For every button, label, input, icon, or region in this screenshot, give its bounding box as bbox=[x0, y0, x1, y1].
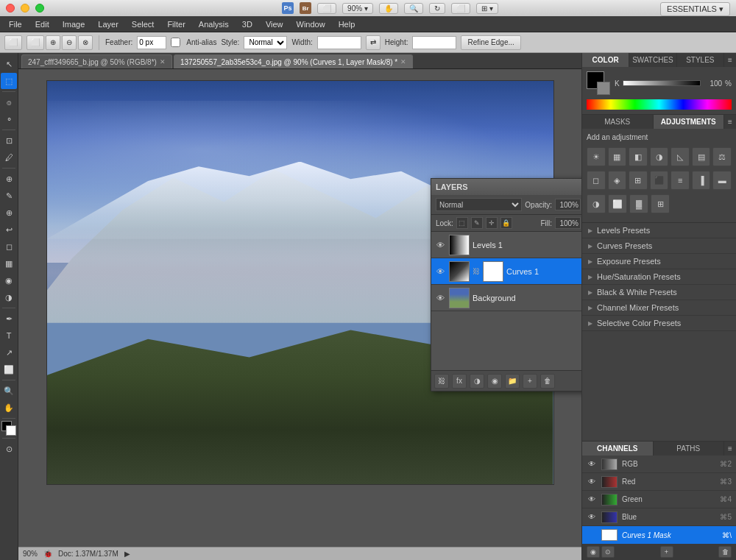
channels-panel-menu[interactable]: ≡ bbox=[724, 442, 736, 456]
menu-view[interactable]: View bbox=[260, 18, 289, 30]
path-select-tool[interactable]: ↗ bbox=[1, 344, 17, 361]
tab2-close[interactable]: ✕ bbox=[400, 58, 406, 65]
essentials-button[interactable]: ESSENTIALS ▾ bbox=[660, 2, 730, 16]
preset-curves[interactable]: ▶ Curves Presets bbox=[582, 238, 736, 254]
blur-tool[interactable]: ◉ bbox=[1, 272, 17, 288]
rotate-view-btn[interactable]: ↻ bbox=[429, 3, 445, 14]
blend-mode-select[interactable]: Normal bbox=[436, 198, 522, 211]
menu-file[interactable]: File bbox=[3, 18, 28, 30]
tab-channels[interactable]: CHANNELS bbox=[582, 442, 654, 456]
lock-transparent-btn[interactable]: ⬚ bbox=[456, 217, 468, 229]
intersect-selection-btn[interactable]: ⊗ bbox=[78, 35, 93, 50]
layer-item-levels[interactable]: 👁 Levels 1 bbox=[431, 232, 581, 258]
menu-help[interactable]: Help bbox=[333, 18, 361, 30]
gradient-tool[interactable]: ▦ bbox=[1, 255, 17, 272]
swap-wh-btn[interactable]: ⇄ bbox=[366, 35, 381, 50]
new-group-btn[interactable]: 📁 bbox=[505, 374, 520, 389]
eyedropper-tool[interactable]: 🖊 bbox=[1, 149, 17, 166]
refine-edge-button[interactable]: Refine Edge... bbox=[461, 35, 520, 50]
style-select[interactable]: Normal bbox=[244, 36, 287, 49]
tab-doc1[interactable]: 247_cfff349665_b.jpg @ 50% (RGB/8*) ✕ bbox=[21, 54, 172, 68]
subtract-selection-btn[interactable]: ⊖ bbox=[62, 35, 77, 50]
preset-hue-saturation[interactable]: ▶ Hue/Saturation Presets bbox=[582, 269, 736, 285]
lock-position-btn[interactable]: ✛ bbox=[486, 217, 498, 229]
channel-red[interactable]: 👁 Red ⌘3 bbox=[582, 473, 736, 491]
channel-green[interactable]: 👁 Green ⌘4 bbox=[582, 491, 736, 508]
zoom-dropdown[interactable]: 90% ▾ bbox=[342, 3, 373, 14]
adj-colorbalance-btn[interactable]: ⚖ bbox=[712, 147, 732, 166]
brush-tool[interactable]: ✎ bbox=[1, 188, 17, 204]
rgb-visibility[interactable]: 👁 bbox=[587, 460, 597, 468]
preset-exposure[interactable]: ▶ Exposure Presets bbox=[582, 254, 736, 269]
adj-invert-btn[interactable]: ⬛ bbox=[650, 171, 669, 190]
tab-color[interactable]: COLOR bbox=[582, 53, 629, 67]
channel-blue[interactable]: 👁 Blue ⌘5 bbox=[582, 508, 736, 526]
layer-item-curves[interactable]: 👁 ⛓ Curves 1 bbox=[431, 258, 581, 285]
tab-swatches[interactable]: SWATCHES bbox=[629, 53, 676, 67]
preset-bw[interactable]: ▶ Black & White Presets bbox=[582, 285, 736, 300]
opacity-input[interactable] bbox=[555, 199, 581, 210]
menu-edit[interactable]: Edit bbox=[29, 18, 55, 30]
hand-tool-bar[interactable]: ✋ bbox=[1, 400, 17, 416]
move-tool[interactable]: ↖ bbox=[1, 56, 17, 72]
menu-layer[interactable]: Layer bbox=[92, 18, 124, 30]
maximize-button[interactable] bbox=[35, 4, 44, 13]
tab1-close[interactable]: ✕ bbox=[160, 58, 166, 65]
antialias-checkbox[interactable] bbox=[171, 38, 180, 47]
adj-solidcolor-btn[interactable]: ⬜ bbox=[608, 194, 627, 213]
channel-rgb[interactable]: 👁 RGB ⌘2 bbox=[582, 456, 736, 473]
delete-layer-btn[interactable]: 🗑 bbox=[540, 374, 555, 389]
curves-visibility[interactable]: 👁 bbox=[434, 266, 446, 277]
adj-levels-btn[interactable]: ▦ bbox=[608, 147, 627, 166]
quick-mask-btn[interactable]: ⊙ bbox=[1, 441, 17, 457]
adj-curves-btn[interactable]: ◧ bbox=[629, 147, 648, 166]
lock-all-btn[interactable]: 🔒 bbox=[500, 217, 512, 229]
blue-visibility[interactable]: 👁 bbox=[587, 513, 597, 521]
tab-paths[interactable]: PATHS bbox=[654, 442, 725, 456]
adj-gradient-btn[interactable]: ▓ bbox=[629, 194, 648, 213]
marquee-options-btn[interactable]: ⬜ bbox=[4, 35, 22, 50]
adj-gradientmap-btn[interactable]: ▬ bbox=[712, 171, 732, 190]
healing-brush-tool[interactable]: ⊕ bbox=[1, 171, 17, 187]
delete-channel-btn[interactable]: 🗑 bbox=[718, 546, 732, 558]
background-color[interactable] bbox=[6, 425, 16, 436]
pen-tool[interactable]: ✒ bbox=[1, 311, 17, 327]
quick-select-tool[interactable]: ⚬ bbox=[1, 111, 17, 127]
adj-photofilter-btn[interactable]: ◈ bbox=[608, 171, 627, 190]
shape-tool[interactable]: ⬜ bbox=[1, 361, 17, 378]
menu-window[interactable]: Window bbox=[291, 18, 331, 30]
zoom-tool[interactable]: 🔍 bbox=[1, 383, 17, 399]
add-layer-style-btn[interactable]: fx bbox=[452, 374, 467, 389]
adj-posterize-btn[interactable]: ≡ bbox=[670, 171, 690, 190]
layer-item-background[interactable]: 👁 Background 🔒 bbox=[431, 285, 581, 311]
lasso-tool[interactable]: ⌾ bbox=[1, 94, 17, 110]
lock-image-btn[interactable]: ✎ bbox=[471, 217, 483, 229]
save-channel-btn[interactable]: ⊙ bbox=[601, 546, 615, 558]
adj-selectivecolor-btn[interactable]: ◑ bbox=[587, 194, 606, 213]
marquee-tool[interactable]: ⬚ bbox=[1, 73, 17, 89]
adj-threshold-btn[interactable]: ▐ bbox=[692, 171, 711, 190]
zoom-tool-btn[interactable]: 🔍 bbox=[404, 3, 423, 14]
adj-channel-mixer-btn[interactable]: ⊞ bbox=[629, 171, 648, 190]
close-button[interactable] bbox=[6, 4, 15, 13]
width-input[interactable] bbox=[317, 36, 361, 49]
red-visibility[interactable]: 👁 bbox=[587, 478, 597, 486]
color-panel-menu[interactable]: ≡ bbox=[724, 53, 736, 67]
minimize-button[interactable] bbox=[21, 4, 29, 13]
adj-brightness-btn[interactable]: ☀ bbox=[587, 147, 606, 166]
preset-levels[interactable]: ▶ Levels Presets bbox=[582, 223, 736, 238]
menu-analysis[interactable]: Analysis bbox=[193, 18, 235, 30]
feather-input[interactable] bbox=[137, 36, 166, 49]
type-tool[interactable]: T bbox=[1, 327, 17, 344]
clone-stamp-tool[interactable]: ⊕ bbox=[1, 205, 17, 221]
br-icon[interactable]: Br bbox=[300, 2, 311, 14]
history-brush-tool[interactable]: ↩ bbox=[1, 221, 17, 238]
link-layers-btn[interactable]: ⛓ bbox=[434, 374, 449, 389]
adj-bw-btn[interactable]: ◻ bbox=[587, 171, 606, 190]
crop-tool[interactable]: ⊡ bbox=[1, 132, 17, 149]
add-selection-btn[interactable]: ⊕ bbox=[46, 35, 60, 50]
tab-masks[interactable]: MASKS bbox=[582, 115, 654, 129]
fill-input[interactable] bbox=[555, 217, 581, 229]
preset-channel-mixer[interactable]: ▶ Channel Mixer Presets bbox=[582, 300, 736, 316]
load-channel-btn[interactable]: ◉ bbox=[587, 546, 600, 558]
